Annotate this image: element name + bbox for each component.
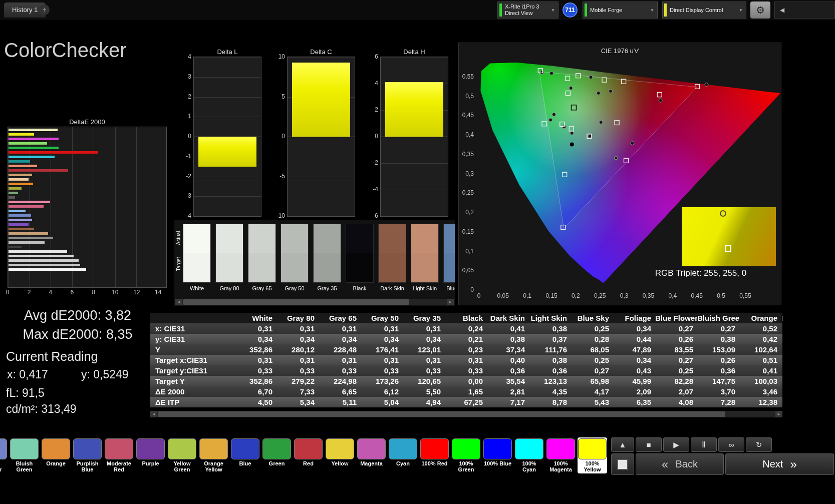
patch-color-chip [452,438,480,459]
table-cell: 0,33 [361,365,403,376]
swatch-item: Gray 35 [313,224,341,299]
patch-color-chip [420,438,449,459]
patch-item[interactable]: Blue [230,437,260,473]
pattern-window-icon [617,459,628,470]
measurement-dot [659,99,662,102]
collapse-panel-button[interactable]: ◀ [774,2,835,19]
back-button[interactable]: « Back [636,453,724,475]
measurement-count-badge[interactable]: 711 [563,3,578,18]
y-axis: 43210-1-2-3-4 [180,57,193,217]
patch-item[interactable]: Cyan [388,437,418,473]
patch-item[interactable]: 100% Green [451,437,481,473]
patch-item[interactable]: 100% Cyan [514,437,544,473]
patch-item[interactable]: Green [262,437,292,473]
table-cell: 0,20 [781,334,782,344]
meter-dropdown[interactable]: X-Rite i1Pro 3 Direct View ▼ [497,2,559,19]
table-row: ΔE 20006,707,336,656,125,501,652,814,354… [150,386,782,397]
y-tick-label: -4 [373,186,378,193]
scroll-right-icon[interactable]: ► [447,299,454,305]
display-control-dropdown[interactable]: Direct Display Control ▼ [662,2,746,19]
transport-controls: ▲ ■ ▶ Ⅱ ∞ ↻ « Back Next [611,437,834,475]
move-up-button[interactable]: ▲ [611,437,634,452]
repeat-button[interactable]: ↻ [746,437,772,452]
scroll-left-icon[interactable]: ◄ [150,411,157,417]
display-control-name: Direct Display Control [670,7,736,14]
patch-label: Moderate Red [105,460,133,472]
row-label: Target Y [150,376,234,386]
loop-button[interactable]: ∞ [718,437,744,452]
swatch-scrollbar[interactable]: ◄ ► [175,299,454,305]
patch-item[interactable]: 100% Yellow [578,437,607,473]
y-tick-label: 3 [188,73,191,80]
patch-item[interactable]: Orange [41,437,71,473]
patch-item[interactable]: Red [294,437,323,473]
deltae-bar [9,133,34,136]
patch-item[interactable]: 100% Blue [483,437,512,473]
table-cell: 6,65 [319,386,361,397]
x-tick-label: 0,35 [643,292,655,299]
next-button[interactable]: Next » [725,453,834,475]
scroll-right-icon[interactable]: ► [775,411,782,417]
measurement-dot [614,156,618,160]
delta-h-chart: Delta H 6420-2-4-6 [367,48,448,217]
patch-item[interactable]: 100% Magenta [546,437,576,473]
table-cell: 67,25 [445,397,487,407]
y-tick-label: 6 [375,53,378,60]
y-tick-label: 0,3 [465,170,474,177]
patch-item[interactable]: Moderate Red [104,437,134,473]
gridline [194,57,261,58]
table-row: Target Y352,86279,22224,98173,26120,650,… [150,376,782,386]
deltae-bar [9,255,74,257]
table-cell: 0,43 [613,365,655,376]
x-tick-label: 0,5 [717,292,725,299]
table-scrollbar[interactable]: ◄ ► [150,411,782,417]
pattern-window-button[interactable] [611,453,634,475]
pause-button[interactable]: Ⅱ [691,437,717,452]
table-cell: 0,31 [361,355,403,365]
table-cell: 0,51 [739,355,781,365]
max-de2000: Max dE2000: 8,35 [15,327,140,342]
source-dropdown[interactable]: Mobile Forge ▼ [583,2,658,19]
add-tab-button[interactable]: + [39,5,50,15]
table-cell: 0,21 [445,334,487,344]
patch-item[interactable]: Blue Flower [0,437,8,473]
patch-item[interactable]: Orange Yellow [199,437,228,473]
deltae-bar [9,250,67,253]
y-tick-label: 2 [188,93,191,100]
chart-title: CIE 1976 u'v' [601,47,640,55]
table-cell: 173,26 [361,376,403,386]
play-button[interactable]: ▶ [663,437,689,452]
patch-item[interactable]: 100% Red [420,437,449,473]
scroll-track[interactable] [158,411,775,417]
scroll-left-icon[interactable]: ◄ [175,299,182,305]
row-label: Target x:CIE31 [150,355,234,365]
patch-item[interactable]: Purplish Blue [73,437,102,473]
table-cell: 0,25 [571,323,613,334]
patch-item[interactable]: Purple [136,437,165,473]
swatch-color [183,224,211,283]
row-label: Target y:CIE31 [150,365,234,376]
table-cell: 0,28 [571,334,613,344]
deltae-bar [9,165,37,167]
stop-button[interactable]: ■ [636,437,662,452]
swatch-color [215,224,243,283]
gear-icon[interactable]: ⚙ [750,2,770,19]
back-arrow-icon: « [662,457,668,471]
patch-label: Yellow Green [168,460,196,472]
patch-color-chip [168,438,196,459]
y-tick-label: -1 [186,153,191,160]
scroll-track[interactable] [183,299,446,305]
scroll-thumb[interactable] [158,411,725,417]
patch-item[interactable]: Yellow Green [167,437,197,473]
patch-label: Yellow [326,460,354,466]
patch-item[interactable]: Yellow [325,437,355,473]
gridline [288,177,355,177]
y-tick-label: 0,4 [465,131,474,138]
table-cell: 6,12 [361,386,403,397]
deltae2000-plot [8,127,167,288]
column-header: Orange [739,313,781,323]
patch-item[interactable]: Bluish Green [10,437,39,473]
table-cell: 5,11 [319,397,361,407]
patch-item[interactable]: Magenta [357,437,386,473]
scroll-thumb[interactable] [183,299,409,305]
